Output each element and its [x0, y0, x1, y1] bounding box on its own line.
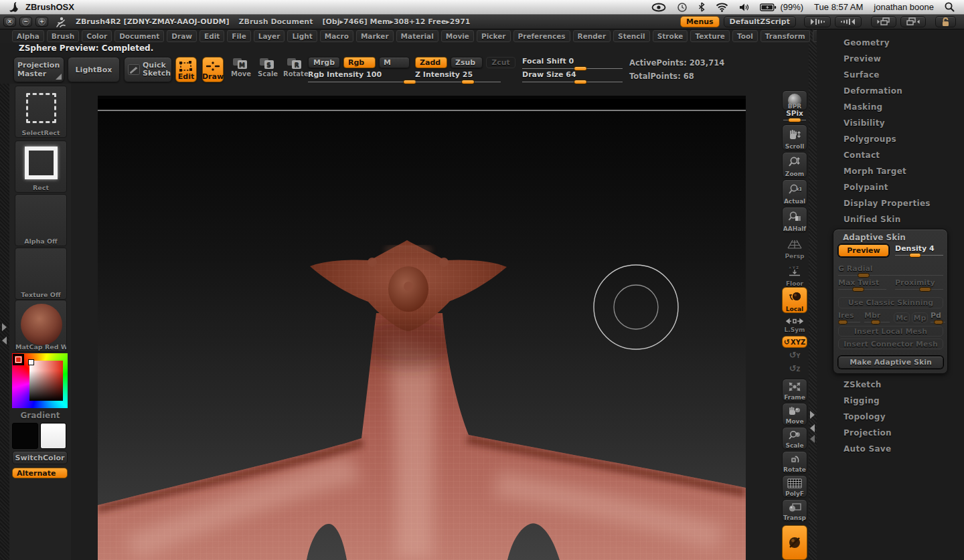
section-polygroups[interactable]: Polygroups — [843, 134, 896, 144]
alternate-button[interactable]: Alternate — [12, 468, 68, 478]
menus-toggle-button[interactable]: Menus — [680, 16, 720, 27]
section-surface[interactable]: Surface — [843, 70, 880, 80]
menu-layer[interactable]: Layer — [254, 30, 285, 42]
polyframe-button[interactable]: PolyF — [782, 475, 807, 498]
section-rigging[interactable]: Rigging — [843, 396, 880, 405]
minimize-window-button[interactable]: − — [19, 17, 32, 27]
default-zscript-button[interactable]: DefaultZScript — [724, 16, 796, 27]
aahalf-button[interactable]: AAHalf — [782, 207, 807, 233]
zcut-button[interactable]: Zcut — [486, 57, 515, 68]
tray-collapse-arrow-icon[interactable] — [2, 337, 7, 345]
menu-edit[interactable]: Edit — [199, 30, 224, 42]
rgb-button[interactable]: Rgb — [343, 57, 376, 68]
scale-3d-button[interactable]: Scale — [782, 427, 807, 450]
active-app-name[interactable]: ZBrushOSX — [25, 2, 74, 12]
rotate-3d-button[interactable]: Rotate — [782, 451, 807, 474]
menu-brush[interactable]: Brush — [47, 30, 79, 42]
actual-size-button[interactable]: x1 Actual — [782, 179, 807, 205]
right-panel-divider[interactable] — [809, 29, 817, 560]
scale-mode-button[interactable]: S Scale — [258, 60, 278, 78]
menu-preferences[interactable]: Preferences — [513, 30, 570, 42]
xyz-rotate-button[interactable]: ↺XYZ — [782, 336, 807, 348]
menu-texture[interactable]: Texture — [690, 30, 729, 42]
rgb-intensity-slider[interactable]: Rgb Intensity 100 — [308, 71, 416, 85]
divider-left-button[interactable] — [804, 16, 831, 27]
main-color-swatch[interactable] — [12, 423, 38, 449]
color-picker[interactable] — [12, 353, 68, 408]
wifi-icon[interactable] — [716, 3, 728, 12]
density-slider[interactable]: Density 4 — [895, 245, 943, 258]
persp-button[interactable]: Persp — [782, 234, 807, 260]
menu-draw[interactable]: Draw — [167, 30, 197, 42]
move-mode-button[interactable]: M Move — [231, 60, 251, 78]
prev-window-button[interactable] — [871, 16, 896, 27]
section-topology[interactable]: Topology — [843, 412, 886, 422]
menu-macro[interactable]: Macro — [320, 30, 353, 42]
menubar-user[interactable]: jonathan boone — [874, 2, 934, 12]
lock-button[interactable] — [935, 16, 956, 27]
spotlight-icon[interactable] — [945, 2, 955, 12]
menu-file[interactable]: File — [227, 30, 251, 42]
saturation-square[interactable] — [29, 361, 63, 401]
secondary-color-swatch[interactable] — [40, 423, 66, 449]
texture-selector-thumbnail[interactable]: Texture Off — [15, 248, 67, 300]
menu-color[interactable]: Color — [82, 30, 112, 42]
m-button[interactable]: M — [379, 57, 410, 68]
edit-mode-button[interactable]: Edit — [175, 57, 197, 82]
accessibility-eye-icon[interactable] — [651, 3, 666, 12]
volume-icon[interactable] — [739, 3, 749, 12]
section-deformation[interactable]: Deformation — [843, 86, 902, 96]
section-masking[interactable]: Masking — [843, 102, 883, 112]
left-tray-divider[interactable] — [0, 84, 9, 560]
section-display-properties[interactable]: Display Properties — [843, 199, 931, 208]
make-adaptive-skin-button[interactable]: Make Adaptive Skin — [838, 356, 943, 369]
quick-sketch-button[interactable]: Quick Sketch — [124, 57, 172, 82]
section-projection[interactable]: Projection — [843, 428, 892, 438]
menu-alpha[interactable]: Alpha — [12, 30, 44, 42]
move-3d-button[interactable]: Move — [782, 403, 807, 426]
panel-collapse-arrow2-icon[interactable] — [810, 435, 815, 443]
menu-movie[interactable]: Movie — [441, 30, 474, 42]
projection-master-button[interactable]: Projection Master — [13, 57, 64, 82]
close-window-button[interactable]: × — [3, 17, 16, 27]
menu-material[interactable]: Material — [396, 30, 438, 42]
bpr-render-button[interactable]: BPR — [782, 90, 807, 110]
menu-light[interactable]: Light — [287, 30, 317, 42]
z-intensity-slider[interactable]: Z Intensity 25 — [415, 71, 501, 85]
frame-button[interactable]: Frame — [782, 379, 807, 401]
menubar-clock[interactable]: Tue 8:57 AM — [814, 2, 863, 12]
scroll-button[interactable]: Scroll — [782, 124, 807, 151]
mrgb-button[interactable]: Mrgb — [308, 57, 340, 68]
zoom-window-button[interactable]: + — [35, 17, 48, 27]
zsub-button[interactable]: Zsub — [451, 57, 483, 68]
section-auto-save[interactable]: Auto Save — [843, 444, 891, 454]
gradient-label[interactable]: Gradient — [9, 411, 71, 420]
draw-size-slider[interactable]: Draw Size 64 — [522, 71, 623, 85]
section-visibility[interactable]: Visibility — [843, 118, 885, 128]
floor-button[interactable]: ✕ Y Z Floor — [782, 262, 807, 288]
panel-expand-arrow-icon[interactable] — [810, 411, 815, 419]
menu-stroke[interactable]: Stroke — [653, 30, 688, 42]
menu-transform[interactable]: Transform — [760, 30, 810, 42]
section-geometry[interactable]: Geometry — [843, 38, 890, 48]
stroke-rect-thumbnail[interactable]: Rect — [15, 141, 67, 193]
section-zsketch[interactable]: ZSketch — [843, 380, 882, 389]
zadd-button[interactable]: Zadd — [415, 57, 447, 68]
next-window-button[interactable] — [900, 16, 926, 27]
current-color-swatch[interactable] — [13, 354, 24, 365]
document-canvas[interactable] — [98, 96, 746, 560]
tray-expand-arrow-icon[interactable] — [2, 323, 7, 331]
rotate-y-icon[interactable]: ↺Y — [781, 350, 809, 360]
section-polypaint[interactable]: Polypaint — [843, 183, 888, 192]
alpha-selector-thumbnail[interactable]: Alpha Off — [15, 194, 67, 246]
menu-stencil[interactable]: Stencil — [613, 30, 650, 42]
battery-icon[interactable]: (99%) — [760, 2, 803, 12]
bluetooth-icon[interactable] — [698, 2, 705, 12]
rotate-z-icon[interactable]: ↺Z — [781, 363, 809, 373]
rotate-mode-button[interactable]: R Rotate — [283, 60, 309, 78]
spix-slider[interactable] — [783, 117, 806, 122]
ghost-button[interactable] — [782, 525, 807, 560]
lightbox-button[interactable]: LightBox — [68, 57, 120, 82]
adaptive-skin-title[interactable]: Adaptive Skin — [833, 233, 947, 242]
menu-picker[interactable]: Picker — [477, 30, 511, 42]
